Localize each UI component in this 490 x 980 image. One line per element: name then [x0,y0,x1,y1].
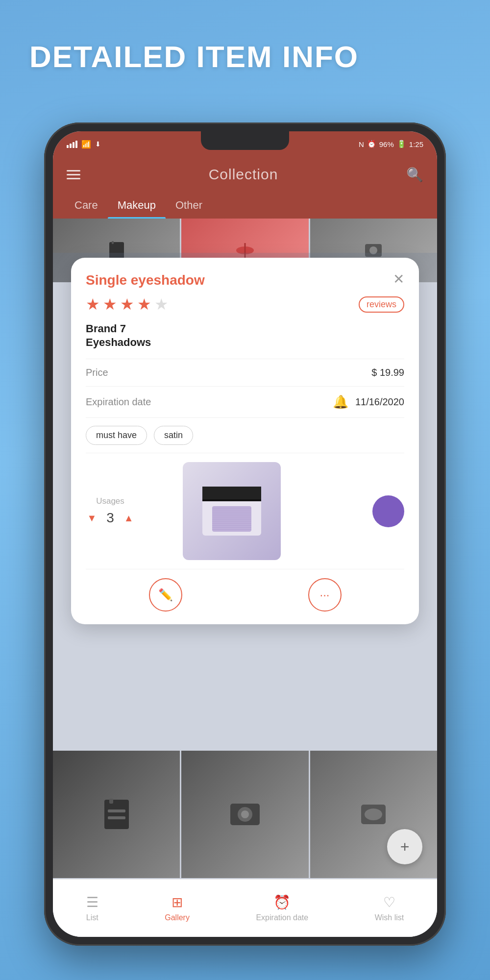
phone-frame: 📶 ⬇ N ⏰ 96% 🔋 1:25 Collection 🔍 [44,122,446,946]
tab-bar: Care Makeup Other [53,192,437,219]
notch [201,131,289,150]
bottom-thumb-1[interactable] [53,751,180,878]
download-icon: ⬇ [95,140,101,148]
price-label: Price [86,367,108,378]
star-4[interactable]: ★ [137,295,151,314]
fab-plus-icon: + [400,838,410,856]
bottom-grid [53,751,437,878]
bell-icon[interactable]: 🔔 [333,394,348,410]
nav-label-gallery: Gallery [165,913,190,922]
wifi-icon: 📶 [81,140,91,149]
usage-decrease-button[interactable]: ▼ [87,513,97,524]
tab-care[interactable]: Care [65,192,108,219]
app-bar-title: Collection [209,166,278,183]
price-row: Price $ 19.99 [86,359,404,386]
nav-item-gallery[interactable]: ⊞ Gallery [165,894,190,922]
list-icon: ☰ [86,894,98,910]
svg-rect-15 [108,809,125,812]
usage-number: 3 [106,510,114,526]
bottom-nav: ☰ List ⊞ Gallery ⏰ Expiration date ♡ Wis… [53,879,437,937]
close-button[interactable]: ✕ [393,272,404,286]
modal-actions: ✏️ ··· [86,569,404,614]
status-left: 📶 ⬇ [67,140,101,149]
svg-rect-13 [104,800,129,829]
svg-rect-11 [212,506,251,532]
gallery-icon: ⊞ [172,894,183,910]
hamburger-menu-button[interactable] [67,170,80,179]
battery-percent: 96% [379,140,394,148]
svg-point-19 [241,810,249,818]
alarm-icon: ⏰ [367,140,376,148]
tag-satin[interactable]: satin [154,426,193,445]
expiration-value: 11/16/2020 [355,396,404,408]
nav-label-list: List [86,913,98,922]
product-image [183,462,281,560]
battery-icon: 🔋 [397,140,406,148]
edit-button[interactable]: ✏️ [149,578,182,612]
clock-icon: ⏰ [273,894,291,910]
rating-row: ★ ★ ★ ★ ★ reviews [86,295,404,314]
usage-increase-button[interactable]: ▲ [124,513,134,524]
star-1[interactable]: ★ [86,295,100,314]
usage-arrows: ▼ 3 ▲ [87,510,133,526]
search-icon[interactable]: 🔍 [406,167,423,183]
expiry-right: 🔔 11/16/2020 [333,394,404,410]
svg-rect-16 [108,816,125,819]
usage-counter: Usages ▼ 3 ▲ [86,496,135,526]
nav-label-expiration: Expiration date [256,913,308,922]
expiration-row: Expiration date 🔔 11/16/2020 [86,386,404,417]
heart-icon: ♡ [383,894,395,910]
signal-bars-icon [67,140,77,148]
fab-add-button[interactable]: + [387,829,422,864]
star-2[interactable]: ★ [103,295,117,314]
time-display: 1:25 [409,140,423,148]
page-title: DETAILED ITEM INFO [29,39,359,74]
tag-must-have[interactable]: must have [86,426,147,445]
category-label: Eyeshadows [86,336,404,349]
edit-icon: ✏️ [158,588,173,602]
tab-other[interactable]: Other [166,192,212,219]
modal-title: Single eyeshadow [86,272,205,288]
usage-image-row: Usages ▼ 3 ▲ [86,453,404,569]
star-3[interactable]: ★ [120,295,134,314]
usages-label: Usages [96,496,124,506]
color-swatch[interactable] [372,495,404,527]
svg-rect-8 [202,487,261,501]
nav-label-wishlist: Wish list [375,913,404,922]
brand-label: Brand 7 [86,322,404,335]
bottom-thumb-3[interactable] [310,751,437,878]
star-5[interactable]: ★ [154,295,169,314]
more-icon: ··· [319,588,329,602]
phone-screen: 📶 ⬇ N ⏰ 96% 🔋 1:25 Collection 🔍 [53,131,437,937]
tab-makeup[interactable]: Makeup [108,192,166,219]
tags-row: must have satin [86,417,404,453]
detail-modal: Single eyeshadow ✕ ★ ★ ★ ★ ★ reviews Bra… [71,258,419,624]
svg-point-21 [365,808,382,820]
nav-item-wishlist[interactable]: ♡ Wish list [375,894,404,922]
status-right: N ⏰ 96% 🔋 1:25 [359,140,423,148]
bottom-thumb-2[interactable] [181,751,308,878]
price-value: $ 19.99 [371,367,404,378]
more-options-button[interactable]: ··· [308,578,342,612]
svg-rect-1 [112,241,114,244]
modal-header: Single eyeshadow ✕ [86,272,404,288]
nav-item-list[interactable]: ☰ List [86,894,98,922]
app-bar: Collection 🔍 [53,157,437,192]
svg-rect-14 [109,799,113,804]
expiration-label: Expiration date [86,396,151,408]
reviews-badge[interactable]: reviews [359,296,404,313]
nav-item-expiration[interactable]: ⏰ Expiration date [256,894,308,922]
svg-rect-9 [202,499,261,501]
nfc-icon: N [359,140,364,148]
